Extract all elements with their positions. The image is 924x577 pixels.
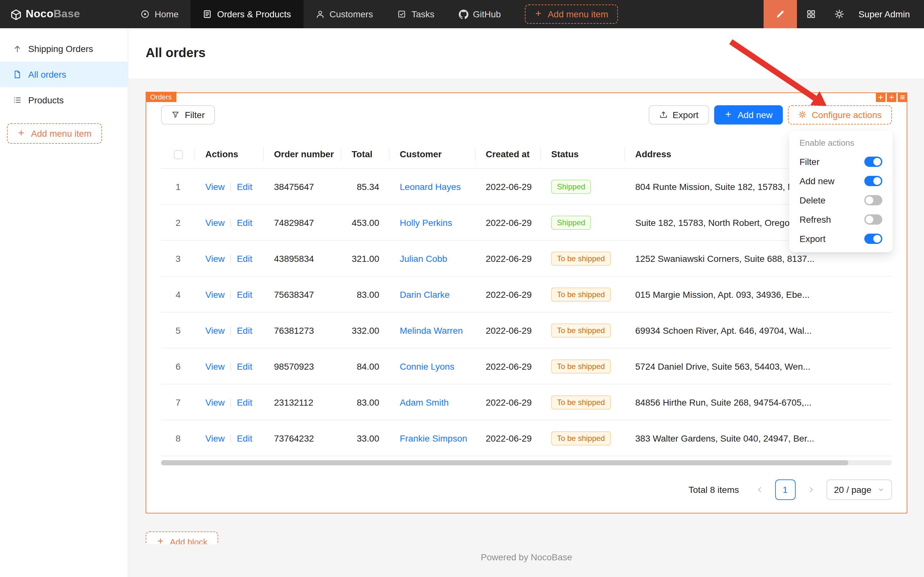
plugins-button[interactable] (797, 0, 825, 28)
divider (230, 398, 231, 407)
filter-toggle[interactable] (864, 156, 882, 167)
user-name: Super Admin (858, 9, 910, 19)
cell-total: 83.00 (341, 277, 390, 313)
dropdown-item-refresh[interactable]: Refresh (792, 210, 890, 229)
customers-icon (316, 10, 324, 19)
designer-initializer-icon[interactable] (887, 92, 897, 102)
menu-item-label: GitHub (473, 9, 501, 19)
edit-link[interactable]: Edit (237, 182, 252, 192)
block-designer-toolbar (876, 92, 907, 102)
export-button[interactable]: Export (649, 105, 709, 124)
table-row: 4 ViewEdit 75638347 83.00 Darin Clarke 2… (161, 277, 892, 313)
export-toggle[interactable] (864, 234, 882, 244)
cell-created-at: 2022-06-29 (475, 313, 541, 348)
view-link[interactable]: View (205, 218, 225, 228)
view-link[interactable]: View (205, 433, 225, 443)
ui-editor-button[interactable] (764, 0, 797, 28)
add-block-button[interactable]: Add block (146, 532, 218, 545)
dropdown-item-label: Add new (800, 176, 834, 186)
dropdown-item-filter[interactable]: Filter (792, 152, 890, 171)
customer-link[interactable]: Frankie Simpson (400, 433, 467, 443)
edit-link[interactable]: Edit (237, 218, 252, 228)
table-body: 1 ViewEdit 38475647 85.34 Leonard Hayes … (161, 169, 892, 456)
sidebar-item-all-orders[interactable]: All orders (0, 61, 128, 87)
sidebar-add-menu-item-button[interactable]: Add menu item (7, 123, 102, 144)
user-menu[interactable]: Super Admin (853, 9, 924, 19)
gear-icon (834, 9, 844, 19)
menu-item-home[interactable]: Home (128, 0, 191, 28)
customer-link[interactable]: Holly Perkins (400, 218, 452, 228)
main-menu: Home Orders & Products Customers Tasks G… (128, 0, 513, 28)
menu-item-label: Home (155, 9, 179, 19)
previous-page-button[interactable] (749, 480, 769, 500)
view-link[interactable]: View (205, 397, 225, 408)
menu-item-label: Orders & Products (217, 9, 291, 19)
customer-link[interactable]: Darin Clarke (400, 290, 450, 300)
dropdown-section-title: Enable actions (792, 135, 890, 152)
cell-order-number: 38475647 (264, 169, 341, 205)
layout: Shipping Orders All orders Products Add … (0, 28, 924, 577)
view-link[interactable]: View (205, 182, 225, 192)
dropdown-item-delete[interactable]: Delete (792, 191, 890, 210)
select-all-checkbox[interactable] (174, 150, 183, 160)
brand-logo[interactable]: NocoBase (0, 0, 128, 28)
sidebar-item-shipping-orders[interactable]: Shipping Orders (0, 36, 128, 61)
add-new-button[interactable]: Add new (714, 105, 783, 124)
file-icon (13, 70, 22, 79)
settings-button[interactable] (825, 0, 853, 28)
customer-link[interactable]: Melinda Warren (400, 326, 463, 336)
add-menu-item-button[interactable]: Add menu item (525, 5, 618, 24)
edit-link[interactable]: Edit (237, 361, 252, 372)
gear-icon (798, 110, 807, 119)
funnel-icon (171, 110, 180, 119)
designer-menu-icon[interactable] (898, 92, 907, 102)
dropdown-item-export[interactable]: Export (792, 229, 890, 248)
view-link[interactable]: View (205, 361, 225, 372)
sidebar-item-label: Shipping Orders (28, 44, 93, 54)
configure-actions-button[interactable]: Configure actions (788, 105, 892, 124)
menu-item-tasks[interactable]: Tasks (385, 0, 447, 28)
edit-link[interactable]: Edit (237, 290, 252, 300)
cell-order-number: 74829847 (264, 205, 341, 241)
plus-icon (724, 110, 733, 119)
delete-toggle[interactable] (864, 195, 882, 205)
cell-order-number: 23132112 (264, 384, 341, 421)
page-1-button[interactable]: 1 (775, 480, 795, 500)
dropdown-item-add-new[interactable]: Add new (792, 171, 890, 191)
brand-light: Base (53, 8, 80, 20)
customer-link[interactable]: Connie Lyons (400, 361, 454, 372)
next-page-button[interactable] (800, 480, 821, 500)
customer-link[interactable]: Leonard Hayes (400, 182, 461, 192)
cell-customer: Julian Cobb (390, 241, 475, 277)
filter-button-label: Filter (185, 110, 205, 120)
sidebar-item-products[interactable]: Products (0, 87, 128, 113)
column-header-actions: Actions (195, 140, 264, 169)
view-link[interactable]: View (205, 290, 225, 300)
row-actions: ViewEdit (195, 169, 264, 205)
refresh-toggle[interactable] (864, 214, 882, 225)
edit-link[interactable]: Edit (237, 253, 252, 264)
page-size-select[interactable]: 20 / page (826, 480, 892, 500)
sidebar-item-label: Products (28, 95, 64, 105)
select-all-header (161, 140, 195, 169)
cell-status: To be shipped (541, 348, 625, 384)
add-new-toggle[interactable] (864, 176, 882, 186)
edit-link[interactable]: Edit (237, 397, 252, 408)
edit-link[interactable]: Edit (237, 326, 252, 336)
filter-button[interactable]: Filter (161, 105, 215, 124)
scrollbar-thumb[interactable] (161, 461, 848, 466)
view-link[interactable]: View (205, 253, 225, 264)
menu-item-orders-products[interactable]: Orders & Products (191, 0, 303, 28)
table-row: 6 ViewEdit 98570923 84.00 Connie Lyons 2… (161, 348, 892, 384)
navbar-right: Super Admin (764, 0, 924, 28)
customer-link[interactable]: Adam Smith (400, 397, 449, 408)
view-link[interactable]: View (205, 326, 225, 336)
edit-link[interactable]: Edit (237, 433, 252, 443)
cell-order-number: 76381273 (264, 313, 341, 348)
menu-item-github[interactable]: GitHub (447, 0, 513, 28)
menu-item-customers[interactable]: Customers (303, 0, 385, 28)
customer-link[interactable]: Julian Cobb (400, 253, 447, 264)
designer-add-icon[interactable] (876, 92, 885, 102)
pagination: Total 8 items 1 20 / page (161, 480, 892, 500)
cell-total: 332.00 (341, 313, 390, 348)
